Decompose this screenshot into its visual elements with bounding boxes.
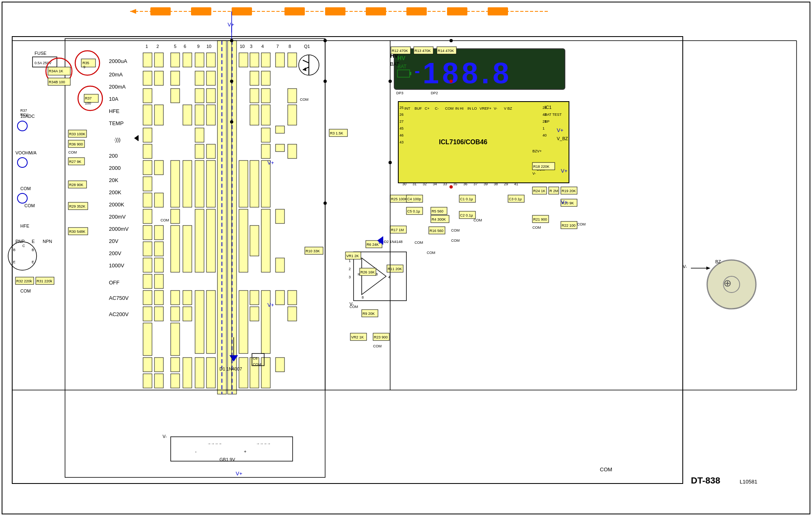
- dp3-label: DP3: [396, 91, 404, 95]
- com-bottom-right: COM: [373, 344, 382, 348]
- r16-label: R16 560: [430, 229, 443, 233]
- vminus-label: V-: [350, 301, 354, 306]
- range-off: OFF: [109, 280, 119, 286]
- svg-rect-83: [183, 160, 192, 207]
- npn-label: NPN: [43, 239, 52, 244]
- svg-rect-94: [195, 160, 204, 207]
- svg-rect-11: [447, 7, 467, 15]
- svg-rect-5: [191, 7, 211, 15]
- svg-rect-122: [250, 291, 259, 305]
- svg-rect-51: [143, 274, 152, 288]
- r34b-label: R34B 100: [49, 80, 65, 84]
- e-label-3: E: [32, 260, 34, 264]
- svg-point-204: [230, 80, 233, 83]
- svg-rect-40: [143, 89, 152, 103]
- schematic-container: V+ FUSE 0.5A 250V R35 9 R34A 1K R34B 100…: [0, 0, 812, 516]
- svg-rect-74: [171, 209, 180, 223]
- svg-rect-78: [171, 323, 180, 356]
- svg-rect-89: [195, 71, 204, 85]
- b-label-2: B: [32, 248, 34, 252]
- battery-label: GB1 9V: [219, 457, 235, 462]
- r37-rcu-label: R37: [20, 108, 27, 113]
- svg-rect-57: [154, 53, 163, 67]
- svg-rect-97: [195, 358, 204, 388]
- r31-label: R31 220k: [37, 279, 52, 283]
- v-bz-label: V_BZ: [557, 136, 568, 141]
- svg-rect-138: [276, 209, 284, 223]
- vr1-label: VR1 2K: [346, 254, 359, 258]
- range-ac750v: AC750V: [109, 295, 129, 301]
- model-title: DT-838: [691, 475, 720, 486]
- svg-rect-54: [143, 323, 152, 356]
- pin25: 25: [399, 106, 404, 110]
- svg-rect-126: [261, 71, 270, 85]
- pin3-ic2a: 3: [349, 275, 351, 279]
- pin45: 45: [399, 126, 404, 130]
- pin26: 26: [399, 113, 404, 117]
- svg-rect-104: [206, 209, 215, 272]
- range-200ma: 200mA: [109, 84, 126, 90]
- buf-label: BUF: [415, 106, 422, 111]
- svg-rect-90: [195, 89, 204, 103]
- vplus-right2: V+: [561, 199, 567, 205]
- svg-rect-38: [143, 53, 152, 67]
- col-num-4r: 4: [261, 44, 264, 49]
- vplus-area-label: V+: [378, 239, 384, 245]
- r37-100-value: 100: [85, 101, 91, 105]
- com-left-label: COM: [20, 186, 31, 191]
- svg-rect-116: [250, 53, 259, 67]
- pin2-ic2a: 2: [349, 267, 351, 271]
- svg-rect-100: [206, 89, 215, 103]
- b-label-1: B: [13, 248, 15, 252]
- com-lower-right: COM: [427, 251, 435, 255]
- svg-rect-80: [171, 374, 180, 388]
- pin28: 28: [543, 106, 547, 110]
- int-label: INT: [404, 106, 410, 111]
- q1-label: Q1: [304, 44, 310, 49]
- col-num-7: 7: [276, 44, 279, 49]
- r28-label: R28 90K: [69, 183, 83, 187]
- pin41: 41: [514, 182, 518, 186]
- svg-rect-99: [206, 71, 215, 85]
- svg-rect-86: [183, 307, 192, 321]
- vminus-bz: V-: [683, 264, 687, 269]
- svg-rect-47: [143, 209, 152, 223]
- col-num-8: 8: [289, 44, 291, 49]
- r23-label: R23 900: [374, 335, 388, 339]
- pin35: 35: [453, 182, 457, 186]
- svg-rect-69: [154, 374, 163, 388]
- r9-label: R9 20K: [363, 312, 375, 316]
- r3-label: R3 1.5K: [330, 131, 343, 135]
- svg-rect-53: [143, 307, 152, 321]
- com-r16: COM: [451, 238, 460, 243]
- r37-rcu-value: RCU: [20, 113, 28, 117]
- svg-rect-46: [143, 193, 152, 207]
- range-10a: 10A: [109, 96, 118, 102]
- vplus-top-label: V+: [228, 22, 234, 28]
- svg-rect-111: [239, 53, 248, 67]
- range-200: 200: [109, 153, 118, 159]
- range-temp: TEMP: [109, 120, 124, 126]
- circuit-schematic: V+ FUSE 0.5A 250V R35 9 R34A 1K R34B 100…: [0, 0, 812, 516]
- pin32: 32: [423, 182, 427, 186]
- vplus-switch2-label: V+: [267, 302, 274, 308]
- svg-rect-113: [239, 209, 248, 272]
- svg-rect-49: [143, 242, 152, 256]
- pin1: 1: [543, 126, 545, 130]
- svg-rect-131: [261, 160, 270, 207]
- svg-rect-43: [143, 144, 152, 158]
- svg-rect-136: [276, 126, 284, 133]
- svg-rect-8: [325, 7, 345, 15]
- bz-symbol: ⊕: [723, 278, 732, 288]
- com-ic-label: COM: [445, 106, 454, 111]
- svg-rect-41: [143, 105, 152, 125]
- svg-rect-62: [154, 225, 163, 240]
- vminus-bottom: V-: [163, 434, 167, 439]
- svg-rect-64: [154, 258, 163, 272]
- range-ac200v: AC200V: [109, 311, 129, 317]
- range-20k: 20K: [109, 177, 118, 183]
- svg-rect-75: [171, 225, 180, 272]
- c1-label: C1 0.1μ: [460, 197, 473, 201]
- pin-c4: 34: [433, 182, 437, 186]
- svg-rect-127: [261, 89, 270, 103]
